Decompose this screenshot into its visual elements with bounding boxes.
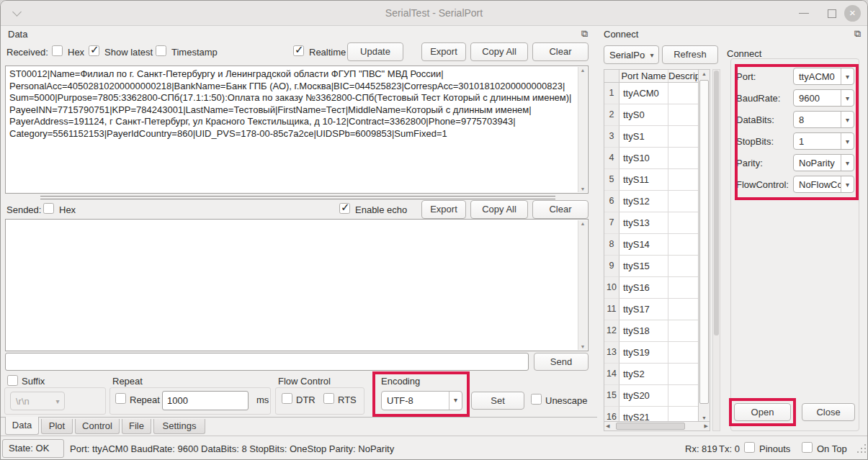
field-dropdown[interactable]: 1 ▾ [793,132,854,150]
description-cell[interactable] [668,191,698,212]
table-row[interactable]: 4 ttyS10 [604,148,698,169]
tab-plot[interactable]: Plot [41,419,73,434]
table-row[interactable]: 10 ttyS16 [604,277,698,299]
field-dropdown[interactable]: NoParity ▾ [793,154,854,171]
table-row[interactable]: 14 ttyS2 [604,364,698,385]
field-dropdown[interactable]: 9600 ▾ [793,89,854,107]
repeat-interval-input[interactable] [162,391,249,410]
port-name-cell[interactable]: ttyS14 [619,234,668,256]
description-cell[interactable] [668,148,698,169]
send-button[interactable]: Send [534,353,589,371]
realtime-checkbox[interactable]: ✓ [293,45,304,56]
description-cell[interactable] [668,126,698,148]
description-header[interactable]: Descripti [668,70,698,82]
port-name-cell[interactable]: ttyS10 [619,148,668,169]
table-row[interactable]: 15 ttyS20 [604,385,698,407]
description-cell[interactable] [668,234,698,256]
sended-hex-checkbox[interactable] [43,203,54,214]
received-copy-all-button[interactable]: Copy All [470,42,528,61]
table-row[interactable]: 12 ttyS18 [604,320,698,342]
ports-table[interactable]: Port Name Descripti 1 ttyACM0 2 ttyS0 3 [604,69,710,431]
port-name-cell[interactable]: ttyACM0 [619,83,668,104]
port-name-cell[interactable]: ttyS17 [619,299,668,320]
received-textarea[interactable]: ST00012|Name=Филиал по г. Санкт-Петербур… [5,66,589,194]
port-name-cell[interactable]: ttyS13 [619,212,668,234]
table-vertical-scrollbar[interactable]: ▲ ▼ [698,70,710,422]
float-dock-icon[interactable]: ⧉ [581,29,588,38]
scroll-right-icon[interactable]: ▶ [704,423,708,429]
port-name-cell[interactable]: ttyS2 [619,364,668,385]
description-cell[interactable] [668,83,698,104]
panel-scrollbar[interactable] [712,69,720,431]
title-bar[interactable]: SerialTest - SerialPort × [1,1,867,26]
table-horizontal-scrollbar[interactable]: ◀ ▶ [604,421,710,430]
scrollbar-thumb[interactable] [699,80,709,404]
tab-settings[interactable]: Settings [153,419,205,434]
description-cell[interactable] [668,212,698,234]
table-row[interactable]: 16 ttyS21 [604,407,698,422]
scroll-down-icon[interactable]: ▼ [578,186,587,191]
table-row[interactable]: 3 ttyS1 [604,126,698,148]
port-name-cell[interactable]: ttyS19 [619,342,668,364]
rts-checkbox[interactable] [323,393,334,404]
sended-clear-button[interactable]: Clear [532,200,589,219]
close-button[interactable]: × [844,5,861,22]
table-row[interactable]: 1 ttyACM0 [604,83,698,104]
tab-file[interactable]: File [122,419,151,434]
unescape-checkbox[interactable] [531,394,542,405]
refresh-button[interactable]: Refresh [662,45,718,64]
sended-copy-all-button[interactable]: Copy All [470,200,528,219]
on-top-checkbox[interactable] [802,442,813,453]
port-type-dropdown[interactable]: SerialPor ▾ [604,45,659,64]
description-cell[interactable] [668,342,698,364]
table-row[interactable]: 13 ttyS19 [604,342,698,364]
port-name-cell[interactable]: ttyS20 [619,385,668,407]
port-name-cell[interactable]: ttyS16 [619,277,668,299]
suffix-checkbox[interactable] [7,375,18,386]
open-button[interactable]: Open [734,403,791,421]
send-input[interactable] [5,353,529,371]
description-cell[interactable] [668,169,698,191]
scrollbar-thumb[interactable] [714,71,719,335]
table-row[interactable]: 5 ttyS11 [604,169,698,191]
sended-export-button[interactable]: Export [421,200,466,219]
repeat-checkbox[interactable] [115,393,126,404]
description-cell[interactable] [668,299,698,320]
description-cell[interactable] [668,256,698,277]
minimize-button[interactable] [799,13,809,14]
sended-scrollbar[interactable]: ▲ ▼ [578,220,587,350]
table-row[interactable]: 9 ttyS15 [604,256,698,277]
scrollbar-thumb[interactable] [616,423,685,430]
port-name-cell[interactable]: ttyS21 [619,407,668,422]
table-row[interactable]: 2 ttyS0 [604,104,698,126]
port-name-cell[interactable]: ttyS18 [619,320,668,342]
enable-echo-checkbox[interactable]: ✓ [339,203,350,214]
port-name-cell[interactable]: ttyS11 [619,169,668,191]
scroll-down-icon[interactable]: ▼ [699,415,710,420]
ports-table-body[interactable]: 1 ttyACM0 2 ttyS0 3 ttyS1 4 [604,83,698,422]
ports-table-header[interactable]: Port Name Descripti [604,70,710,83]
received-export-button[interactable]: Export [421,42,466,61]
port-name-cell[interactable]: ttyS12 [619,191,668,212]
splitter-handle[interactable] [40,196,555,199]
port-name-cell[interactable]: ttyS15 [619,256,668,277]
sended-textarea[interactable]: ▲ ▼ [5,219,589,351]
maximize-button[interactable] [828,9,836,18]
scroll-up-icon[interactable]: ▲ [578,221,587,226]
field-dropdown[interactable]: 8 ▾ [793,111,854,128]
show-latest-checkbox[interactable]: ✓ [89,45,99,56]
received-hex-checkbox[interactable] [52,45,63,56]
dtr-checkbox[interactable] [282,393,292,404]
description-cell[interactable] [668,364,698,385]
table-row[interactable]: 7 ttyS13 [604,212,698,234]
description-cell[interactable] [668,277,698,299]
timestamp-checkbox[interactable] [156,45,166,56]
scroll-up-icon[interactable]: ▲ [578,68,587,73]
update-button[interactable]: Update [347,42,403,61]
received-scrollbar[interactable]: ▲ ▼ [578,67,587,192]
tab-data[interactable]: Data [5,417,39,435]
set-button[interactable]: Set [471,392,524,410]
resize-grip[interactable] [864,444,866,446]
description-cell[interactable] [668,407,698,422]
table-row[interactable]: 11 ttyS17 [604,299,698,320]
